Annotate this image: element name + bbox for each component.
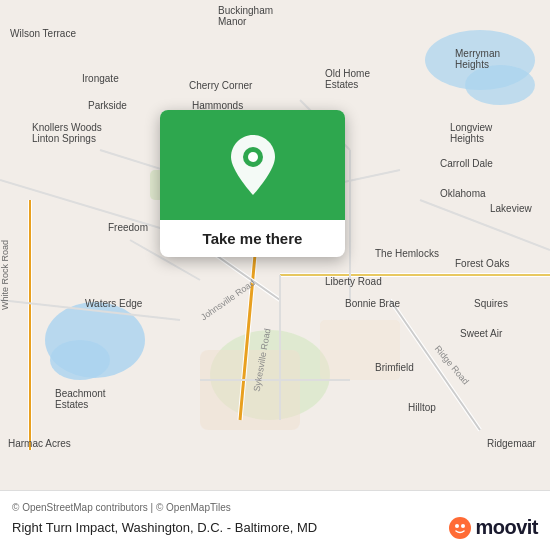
svg-point-2: [50, 340, 110, 380]
location-pin-icon: [228, 133, 278, 198]
svg-point-31: [248, 152, 258, 162]
moovit-text-label: moovit: [475, 516, 538, 539]
popup-green-header: [160, 110, 345, 220]
place-name: Right Turn Impact, Washington, D.C. - Ba…: [12, 520, 317, 535]
svg-text:White Rock Road: White Rock Road: [0, 240, 10, 310]
svg-point-4: [465, 65, 535, 105]
svg-point-33: [455, 524, 459, 528]
moovit-logo: moovit: [449, 516, 538, 539]
moovit-icon: [449, 517, 471, 539]
take-me-there-button[interactable]: Take me there: [160, 220, 345, 257]
svg-point-34: [461, 524, 465, 528]
svg-rect-8: [320, 320, 400, 380]
map-container: White Rock Road Wilson Terrace Buckingha…: [0, 0, 550, 490]
svg-rect-7: [200, 350, 300, 430]
svg-point-32: [450, 518, 470, 538]
bottom-bar: © OpenStreetMap contributors | © OpenMap…: [0, 490, 550, 550]
bottom-row: Right Turn Impact, Washington, D.C. - Ba…: [12, 516, 538, 539]
popup-card: Take me there: [160, 110, 345, 257]
attribution-text: © OpenStreetMap contributors | © OpenMap…: [12, 502, 538, 513]
